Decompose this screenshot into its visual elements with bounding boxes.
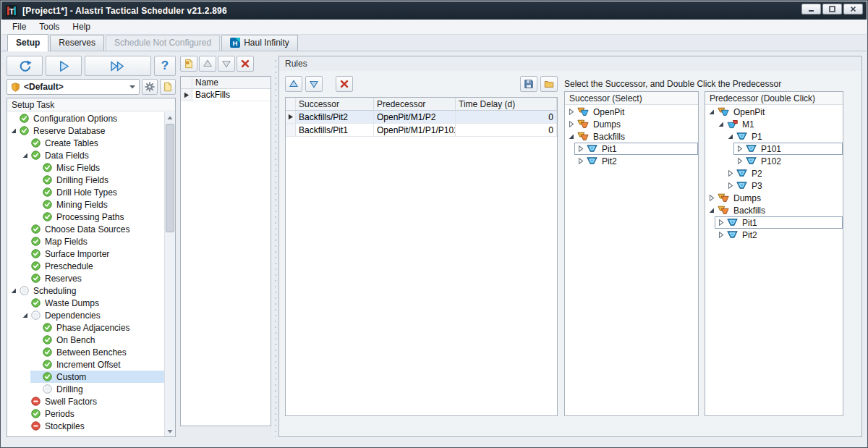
tree-item-pit1[interactable]: Pit1 xyxy=(705,216,843,229)
column-header-successor[interactable]: Successor xyxy=(296,98,374,110)
tree-item-backfills[interactable]: Backfills xyxy=(705,204,843,216)
rule-up-button[interactable] xyxy=(285,76,302,92)
help-button[interactable]: ? xyxy=(154,56,176,76)
move-down-button[interactable] xyxy=(218,56,235,72)
tree-item-stockpiles[interactable]: Stockpiles xyxy=(7,420,164,432)
menu-tools[interactable]: Tools xyxy=(33,20,66,33)
cell-predecessor[interactable]: OpenPit/M1/P1/P101 xyxy=(374,124,456,136)
tree-item-configuration-options[interactable]: Configuration Options xyxy=(7,112,164,124)
column-header-time-delay-d[interactable]: Time Delay (d) xyxy=(456,98,557,110)
expander-open-icon[interactable] xyxy=(717,121,725,127)
close-button[interactable] xyxy=(843,4,863,14)
tree-item-openpit[interactable]: OpenPit xyxy=(705,106,843,118)
profile-dropdown[interactable]: <Default> xyxy=(7,79,140,95)
expander-open-icon[interactable] xyxy=(567,133,575,140)
expander-closed-icon[interactable] xyxy=(717,232,725,238)
tree-item-phase-adjacencies[interactable]: Phase Adjacencies xyxy=(7,321,164,334)
tree-item-backfills[interactable]: Backfills xyxy=(565,130,698,143)
scroll-up-icon[interactable] xyxy=(165,112,175,123)
tree-item-dependencies[interactable]: Dependencies xyxy=(7,309,164,321)
rule-row-1[interactable]: Backfills/Pit1OpenPit/M1/P1/P1010 xyxy=(286,124,557,137)
expander-open-icon[interactable] xyxy=(707,207,715,214)
expander-closed-icon[interactable] xyxy=(736,145,744,152)
rule-set-row-backfills[interactable]: BackFills xyxy=(181,89,271,101)
tree-item-drilling[interactable]: Drilling xyxy=(7,383,164,395)
add-rule-set-button[interactable] xyxy=(180,56,197,72)
tree-item-create-tables[interactable]: Create Tables xyxy=(7,137,164,149)
tree-item-processing-paths[interactable]: Processing Paths xyxy=(7,211,164,223)
tree-item-p1[interactable]: P1 xyxy=(705,130,843,143)
refresh-button[interactable] xyxy=(7,56,43,76)
expander-open-icon[interactable] xyxy=(707,109,715,115)
tab-reserves[interactable]: Reserves xyxy=(50,35,104,51)
rules-save-button[interactable] xyxy=(520,76,537,92)
cell-delay[interactable]: 0 xyxy=(456,124,557,136)
expander-closed-icon[interactable] xyxy=(707,195,715,201)
name-column-header[interactable]: Name xyxy=(192,77,221,88)
tree-item-reserve-database[interactable]: Reserve Database xyxy=(7,124,164,137)
tab-setup[interactable]: Setup xyxy=(7,34,48,51)
tree-item-dumps[interactable]: Dumps xyxy=(705,192,843,204)
cell-successor[interactable]: Backfills/Pit1 xyxy=(296,124,374,136)
tree-item-p2[interactable]: P2 xyxy=(705,167,843,179)
rule-delete-button[interactable] xyxy=(336,76,353,92)
tree-item-map-fields[interactable]: Map Fields xyxy=(7,235,164,248)
tree-item-mining-fields[interactable]: Mining Fields xyxy=(7,198,164,211)
tree-item-p102[interactable]: P102 xyxy=(705,155,843,167)
tree-item-p3[interactable]: P3 xyxy=(705,179,843,192)
rule-row-0[interactable]: Backfills/Pit2OpenPit/M1/P20 xyxy=(286,111,557,124)
tree-item-drilling-fields[interactable]: Drilling Fields xyxy=(7,174,164,186)
expander-closed-icon[interactable] xyxy=(726,170,734,177)
setup-tree-scrollbar[interactable] xyxy=(164,112,175,436)
tree-item-choose-data-sources[interactable]: Choose Data Sources xyxy=(7,223,164,235)
tree-item-data-fields[interactable]: Data Fields xyxy=(7,149,164,161)
panel-splitter[interactable] xyxy=(273,56,277,437)
delete-rule-set-button[interactable] xyxy=(237,56,254,72)
tree-item-misc-fields[interactable]: Misc Fields xyxy=(7,161,164,174)
profile-settings-button[interactable] xyxy=(142,79,158,95)
scroll-down-icon[interactable] xyxy=(165,426,175,436)
tree-item-dumps[interactable]: Dumps xyxy=(565,118,698,130)
tree-item-openpit[interactable]: OpenPit xyxy=(565,106,698,118)
rule-down-button[interactable] xyxy=(305,76,323,92)
tree-item-pit2[interactable]: Pit2 xyxy=(705,229,843,241)
tree-item-surface-importer[interactable]: Surface Importer xyxy=(7,248,164,260)
move-up-button[interactable] xyxy=(199,56,216,72)
tree-item-pit2[interactable]: Pit2 xyxy=(565,155,698,167)
maximize-button[interactable] xyxy=(822,4,842,14)
menu-help[interactable]: Help xyxy=(66,20,97,33)
expander-closed-icon[interactable] xyxy=(576,145,584,152)
expander-closed-icon[interactable] xyxy=(726,182,734,189)
expander-open-icon[interactable] xyxy=(21,312,29,318)
expander-open-icon[interactable] xyxy=(726,133,734,140)
cell-delay[interactable]: 0 xyxy=(456,111,557,123)
column-header-predecessor[interactable]: Predecessor xyxy=(374,98,456,110)
expander-open-icon[interactable] xyxy=(9,287,17,294)
run-all-button[interactable] xyxy=(85,56,151,76)
tree-item-m1[interactable]: M1 xyxy=(705,118,843,130)
tree-item-scheduling[interactable]: Scheduling xyxy=(7,284,164,297)
menu-file[interactable]: File xyxy=(6,20,33,33)
tab-haul-infinity[interactable]: H Haul Infinity xyxy=(221,35,298,51)
expander-closed-icon[interactable] xyxy=(567,121,575,127)
tree-item-waste-dumps[interactable]: Waste Dumps xyxy=(7,297,164,309)
tree-item-drill-hole-types[interactable]: Drill Hole Types xyxy=(7,186,164,198)
tree-item-increment-offset[interactable]: Increment Offset xyxy=(7,358,164,371)
tree-item-p101[interactable]: P101 xyxy=(705,143,843,155)
rules-open-button[interactable] xyxy=(540,76,558,92)
tree-item-pit1[interactable]: Pit1 xyxy=(565,143,698,155)
expander-closed-icon[interactable] xyxy=(736,158,744,164)
cell-predecessor[interactable]: OpenPit/M1/P2 xyxy=(374,111,456,123)
expander-closed-icon[interactable] xyxy=(567,109,575,115)
expander-open-icon[interactable] xyxy=(9,127,17,134)
tree-item-preschedule[interactable]: Preschedule xyxy=(7,260,164,272)
tree-item-on-bench[interactable]: On Bench xyxy=(7,334,164,346)
minimize-button[interactable] xyxy=(801,4,821,14)
expander-closed-icon[interactable] xyxy=(576,158,584,164)
expander-open-icon[interactable] xyxy=(21,152,29,159)
tree-item-swell-factors[interactable]: Swell Factors xyxy=(7,395,164,407)
scrollbar-thumb[interactable] xyxy=(166,124,174,232)
cell-successor[interactable]: Backfills/Pit2 xyxy=(296,111,374,123)
tree-item-periods[interactable]: Periods xyxy=(7,407,164,420)
tree-item-custom[interactable]: Custom xyxy=(7,371,164,383)
